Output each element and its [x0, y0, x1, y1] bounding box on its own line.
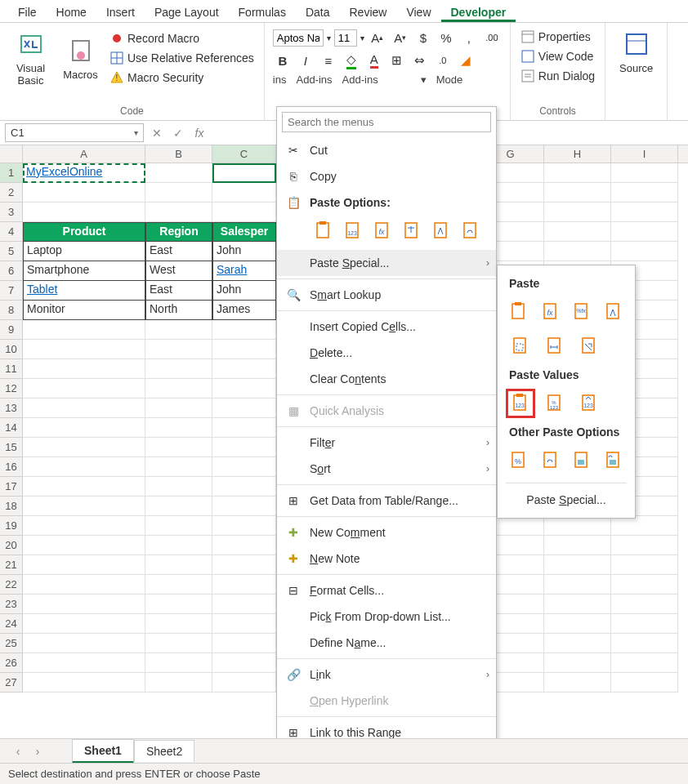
cell[interactable] [23, 653, 145, 673]
sheet-prev-button[interactable]: ‹ [8, 745, 28, 758]
copy-menu-item[interactable]: ⎘Copy [277, 163, 496, 189]
cell[interactable] [23, 634, 145, 653]
row-header[interactable]: 14 [0, 418, 23, 438]
record-macro-button[interactable]: Record Macro [108, 29, 256, 47]
row-header[interactable]: 18 [0, 497, 23, 516]
link-menu-item[interactable]: 🔗Link› [277, 662, 496, 688]
cell[interactable] [145, 203, 212, 222]
cell[interactable] [23, 183, 145, 203]
cell[interactable] [544, 183, 611, 203]
cell[interactable] [544, 163, 611, 183]
merge-button[interactable]: ⇔ [410, 51, 430, 70]
source-button[interactable]: Source [614, 28, 659, 76]
row-header[interactable]: 21 [0, 555, 23, 575]
cell[interactable] [212, 183, 276, 203]
cell[interactable] [23, 477, 145, 497]
cell[interactable]: East [145, 281, 212, 301]
fill-color-button[interactable]: ◇ [342, 51, 361, 70]
paste-transpose-icon[interactable] [400, 219, 424, 243]
cell[interactable] [145, 634, 212, 653]
tab-home[interactable]: Home [47, 2, 96, 22]
properties-button[interactable]: Properties [519, 28, 596, 46]
tab-review[interactable]: Review [340, 2, 397, 22]
cell[interactable] [23, 516, 145, 536]
cell[interactable] [23, 438, 145, 457]
paste-link-icon[interactable] [458, 219, 483, 243]
macros-button[interactable]: Macros [58, 34, 103, 82]
paste-values-numfmt-icon[interactable]: %123 [540, 389, 570, 418]
row-header[interactable]: 19 [0, 516, 23, 536]
paste-no-borders-icon[interactable] [506, 332, 535, 361]
decrease-decimal-icon[interactable]: .0 [433, 51, 453, 70]
cell[interactable] [23, 595, 145, 614]
paste-values-123-icon[interactable]: 123 [341, 219, 365, 243]
cell[interactable] [23, 418, 145, 438]
sheet-next-button[interactable]: › [28, 745, 47, 758]
paste-all-icon[interactable] [311, 219, 336, 243]
row-header[interactable]: 20 [0, 536, 23, 555]
cell[interactable] [23, 575, 145, 595]
cell[interactable] [145, 418, 212, 438]
run-dialog-button[interactable]: Run Dialog [519, 67, 596, 85]
cell[interactable] [23, 457, 145, 477]
select-all-corner[interactable] [0, 145, 23, 163]
cell[interactable] [23, 555, 145, 575]
cell[interactable] [611, 595, 678, 614]
row-header[interactable]: 9 [0, 320, 23, 340]
cell[interactable] [23, 614, 145, 634]
cell[interactable] [212, 555, 276, 575]
sort-menu-item[interactable]: Sort› [277, 456, 496, 482]
cell[interactable] [611, 242, 678, 261]
col-header-H[interactable]: H [544, 145, 611, 163]
cell[interactable] [23, 399, 145, 418]
cell[interactable] [611, 575, 678, 595]
row-header[interactable]: 22 [0, 575, 23, 595]
cell[interactable] [145, 438, 212, 457]
cell[interactable] [212, 340, 276, 359]
increase-decimal-icon[interactable]: .00 [482, 28, 502, 47]
row-header[interactable]: 2 [0, 183, 23, 203]
visual-basic-button[interactable]: Visual Basic [8, 28, 53, 88]
cell[interactable] [544, 575, 611, 595]
percent-icon[interactable]: % [436, 28, 456, 47]
cell[interactable] [23, 673, 145, 693]
cell[interactable] [145, 516, 212, 536]
row-header[interactable]: 12 [0, 379, 23, 399]
col-header-A[interactable]: A [23, 145, 145, 163]
cell[interactable] [145, 614, 212, 634]
cell[interactable] [212, 516, 276, 536]
paste-special-dialog-link[interactable]: Paste Special... [506, 488, 627, 511]
col-header-B[interactable]: B [145, 145, 212, 163]
row-header[interactable]: 8 [0, 301, 23, 320]
new-note-menu-item[interactable]: ✚New Note [277, 546, 496, 572]
cell[interactable] [212, 634, 276, 653]
view-code-button[interactable]: View Code [519, 47, 596, 65]
cell[interactable]: Product [23, 222, 145, 242]
sheet-tab-1[interactable]: Sheet1 [72, 739, 134, 764]
cell[interactable] [212, 359, 276, 379]
align-button[interactable]: ≡ [319, 51, 338, 70]
cell[interactable] [23, 320, 145, 340]
tab-file[interactable]: File [8, 2, 47, 22]
cell[interactable]: John [212, 281, 276, 301]
use-relative-button[interactable]: Use Relative References [108, 49, 256, 67]
decrease-font-icon[interactable]: A▾ [391, 28, 410, 47]
paste-formatting-icon[interactable] [429, 219, 453, 243]
cell[interactable] [212, 575, 276, 595]
cell[interactable] [544, 203, 611, 222]
sheet-tab-2[interactable]: Sheet2 [134, 740, 194, 762]
paste-keep-source-fmt-icon[interactable] [601, 297, 628, 327]
cell[interactable] [145, 340, 212, 359]
cell[interactable] [145, 477, 212, 497]
paste-all-icon[interactable] [506, 297, 533, 327]
row-header[interactable]: 27 [0, 673, 23, 693]
format-cells-menu-item[interactable]: ⊟Format Cells... [277, 577, 496, 604]
insert-copied-menu-item[interactable]: Insert Copied Cells... [277, 314, 496, 340]
row-header[interactable]: 17 [0, 477, 23, 497]
cell[interactable] [544, 555, 611, 575]
cell[interactable]: MyExcelOnline [23, 163, 145, 183]
paste-linked-picture-icon[interactable] [601, 446, 628, 475]
paste-transpose-icon[interactable] [574, 332, 604, 361]
cell[interactable] [145, 359, 212, 379]
pick-dropdown-menu-item[interactable]: Pick From Drop-down List... [277, 604, 496, 630]
